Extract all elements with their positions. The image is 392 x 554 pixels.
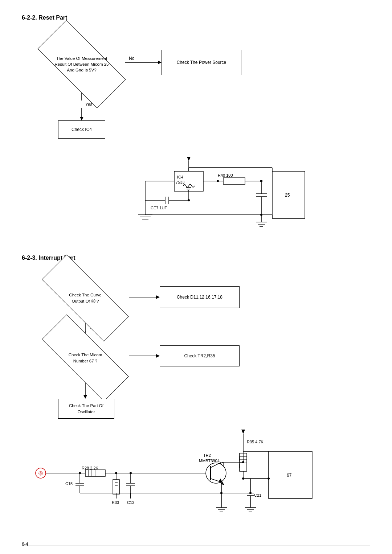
diamond-measurement: The Value Of MeasurementResult Of Betwee… [40, 44, 123, 84]
flowchart-reset: Yes No The Value Of MeasurementResult Of… [22, 30, 370, 153]
rect-check-power: Check The Power Source [162, 50, 241, 75]
svg-text:67: 67 [287, 473, 292, 478]
diamond-curve-output: Check The CurveOutput Of ⓐ ? [42, 281, 129, 315]
svg-marker-7 [187, 157, 191, 161]
svg-marker-58 [156, 354, 160, 358]
svg-text:R28  2.2K: R28 2.2K [82, 466, 99, 470]
svg-text:MMBT3904: MMBT3904 [199, 459, 220, 463]
rect-check-d11-text: Check D11,12,16,17,18 [177, 294, 222, 300]
circuit2-svg: R35 4.7K TR2 MMBT3904 [22, 426, 348, 528]
flowchart-interrupt: Yes Yes Check The CurveOutput Of ⓐ ? Che… [22, 270, 370, 415]
diamond-measurement-text: The Value Of MeasurementResult Of Betwee… [53, 54, 110, 74]
svg-text:TR2: TR2 [203, 453, 211, 457]
svg-marker-3 [80, 117, 83, 120]
rect-check-ic4-text: Check IC4 [72, 127, 92, 133]
diamond-curve-text: Check The CurveOutput Of ⓐ ? [68, 291, 103, 305]
svg-point-25 [188, 199, 190, 201]
svg-point-92 [268, 477, 270, 480]
rect-check-oscillator: Check The Part OfOscillator [58, 399, 114, 419]
circuit-reset: IC4 7533 CE7 1UF [94, 153, 392, 237]
rect-oscillator-text: Check The Part OfOscillator [69, 403, 103, 414]
svg-marker-52 [156, 295, 160, 299]
svg-marker-62 [83, 395, 87, 399]
svg-text:C13: C13 [127, 500, 134, 505]
diamond-micom-number: Check The MicomNumber 67 ? [42, 341, 129, 375]
interrupt-part-section: 6-2-3. Interrupt Part Yes Yes Check The … [22, 255, 370, 528]
page-number: 6-4 [22, 542, 28, 547]
rect-check-d11: Check D11,12,16,17,18 [160, 286, 240, 308]
rect-check-tr2: Check TR2,R35 [160, 345, 240, 366]
svg-text:CE7  1UF: CE7 1UF [151, 206, 167, 210]
reset-part-section: 6-2-2. Reset Part Yes No The Value Of Me… [22, 15, 370, 237]
svg-text:R40  100: R40 100 [218, 173, 233, 177]
svg-text:C15: C15 [65, 481, 73, 486]
rect-check-power-text: Check The Power Source [177, 59, 226, 66]
svg-marker-63 [241, 430, 245, 434]
interrupt-part-title: 6-2-3. Interrupt Part [22, 255, 370, 261]
rect-check-tr2-text: Check TR2,R35 [184, 353, 215, 359]
svg-text:ⓐ: ⓐ [38, 471, 43, 476]
svg-point-40 [260, 180, 262, 182]
circuit-interrupt: R35 4.7K TR2 MMBT3904 [22, 426, 370, 528]
svg-text:25: 25 [285, 193, 290, 198]
svg-text:7533: 7533 [176, 180, 184, 184]
svg-marker-6 [158, 61, 162, 64]
bottom-divider [22, 546, 370, 546]
svg-text:C21: C21 [254, 493, 261, 497]
svg-text:IC4: IC4 [177, 175, 183, 179]
svg-text:No: No [129, 56, 135, 61]
circuit1-svg: IC4 7533 CE7 1UF [94, 153, 330, 237]
svg-rect-31 [223, 178, 245, 184]
svg-text:R33: R33 [112, 500, 119, 505]
svg-text:R35  4.7K: R35 4.7K [247, 440, 264, 444]
svg-rect-130 [113, 480, 119, 494]
diamond-micom-text: Check The MicomNumber 67 ? [67, 350, 103, 365]
reset-part-title: 6-2-2. Reset Part [22, 15, 370, 21]
rect-check-ic4: Check IC4 [58, 120, 105, 139]
